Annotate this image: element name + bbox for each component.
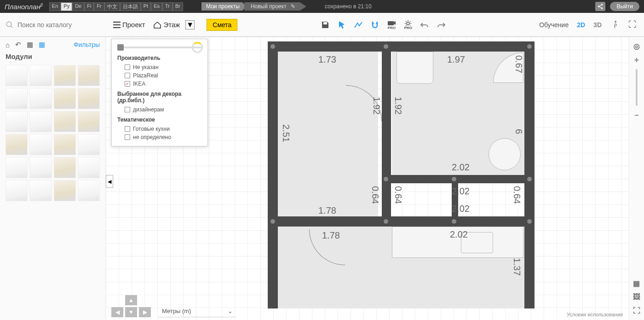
lang-tr[interactable]: Tr [162,2,172,11]
module-thumb[interactable] [6,65,28,86]
module-thumb[interactable] [78,157,100,178]
module-thumb[interactable] [54,157,76,178]
module-thumb[interactable] [78,134,100,155]
module-thumb[interactable] [6,111,28,132]
filter-opt-designers[interactable]: дизайнерам [117,105,202,114]
cursor-tool[interactable] [337,20,347,30]
top-bar: Планопланβ En Ру De Fi Fr 中文 日本語 Pt Es T… [0,0,644,13]
svg-rect-4 [323,22,327,24]
save-status: сохранено в 21:10 [325,3,372,10]
walk-mode[interactable] [610,20,620,30]
wall-tool[interactable] [353,20,363,30]
search-input[interactable] [17,21,96,29]
module-grid [0,62,105,204]
filter-opt-none[interactable]: Не указан [117,63,202,71]
module-thumb[interactable] [54,180,76,201]
zoom-out-button[interactable]: － [632,111,641,120]
module-thumb[interactable] [78,88,100,109]
catalog-search[interactable] [0,21,106,29]
light-tool[interactable]: PRO [403,20,413,30]
app-logo: Планопланβ [5,3,43,11]
view-2d[interactable]: 2D [577,21,585,29]
lang-br[interactable]: Br [172,2,183,11]
breadcrumb-projects[interactable]: Мои проекты [201,2,246,11]
module-thumb[interactable] [29,180,52,201]
floor-menu[interactable]: Этаж [150,19,183,30]
filters-link[interactable]: Фильтры [74,41,100,48]
module-thumb[interactable] [78,111,100,132]
target-icon[interactable]: ◎ [632,41,641,51]
floorplan[interactable]: 1.73 1.97 0.67 1.92 1.92 2.51 6 2.02 0.6… [268,41,539,308]
grid-small-icon[interactable]: ▦ [39,41,45,49]
dim-label: 0.64 [512,186,522,204]
module-thumb[interactable] [78,65,100,86]
dim-label: 2.02 [452,186,470,197]
lang-de[interactable]: De [72,2,84,11]
module-thumb[interactable] [29,88,52,109]
fullscreen-button[interactable]: ⛶ [628,20,637,29]
module-thumb[interactable] [6,157,28,178]
training-link[interactable]: Обучение [539,21,569,29]
image-icon[interactable]: 🖼 [632,292,641,302]
zoom-slider[interactable] [636,69,638,106]
estimate-button[interactable]: Смета [207,19,237,31]
module-thumb[interactable] [29,134,52,155]
filter-opt-ikea[interactable]: ✔IKEA [117,80,202,88]
lang-pt[interactable]: Pt [141,2,151,11]
breadcrumb-current[interactable]: Новый проект ✎ [244,2,306,11]
project-menu[interactable]: Проект [110,19,148,30]
save-icon[interactable] [320,20,330,30]
module-thumb[interactable] [29,65,52,86]
lang-fi[interactable]: Fi [84,2,94,11]
filter-opt-plazareal[interactable]: PlazaReal [117,71,202,80]
expand-icon[interactable]: ⛶ [632,306,641,315]
module-thumb[interactable] [54,134,76,155]
section-title: Модули [0,52,105,62]
lang-zh[interactable]: 中文 [104,2,120,11]
lang-en[interactable]: En [49,2,61,11]
module-thumb[interactable] [29,157,52,178]
module-thumb[interactable] [29,111,52,132]
module-thumb[interactable] [6,134,28,155]
menu-icon [113,22,121,28]
module-thumb[interactable] [6,88,28,109]
magnet-tool[interactable] [370,20,380,30]
pencil-icon[interactable]: ✎ [291,3,295,10]
grid-view-icon[interactable]: ▦ [632,279,641,288]
module-thumb[interactable] [78,180,100,201]
module-thumb[interactable] [54,88,76,109]
home-icon[interactable]: ⌂ [6,41,10,49]
floor-dropdown[interactable]: ▼ [185,20,195,29]
terms-link[interactable]: Условия использования [567,312,623,317]
module-thumb[interactable] [54,111,76,132]
nav-down[interactable]: ▼ [125,307,137,317]
lang-ru[interactable]: Ру [61,2,72,11]
view-3d[interactable]: 3D [593,21,602,29]
filter-slider[interactable] [117,47,202,48]
dim-label: 1.92 [393,97,403,115]
collapse-sidebar-button[interactable]: ◀ [106,175,113,188]
svg-rect-5 [388,21,394,25]
exit-button[interactable]: Выйти [610,2,639,11]
back-icon[interactable]: ↶ [15,41,21,49]
module-thumb[interactable] [6,180,28,201]
lang-ja[interactable]: 日本語 [120,2,141,11]
zoom-in-button[interactable]: ＋ [632,55,641,64]
dim-label: 6 [513,129,524,134]
filter-opt-kitchens[interactable]: Готовые кухни [117,125,202,133]
canvas[interactable]: Производитель Не указан PlazaReal ✔IKEA … [106,37,644,320]
lang-es[interactable]: Es [151,2,162,11]
redo-button[interactable] [436,20,446,30]
share-button[interactable] [595,2,605,11]
camera-tool[interactable]: PRO [386,20,397,30]
undo-button[interactable] [420,20,430,30]
nav-left[interactable]: ◀ [111,307,123,317]
units-dropdown[interactable]: Метры (m)⌄ [158,305,236,317]
nav-right[interactable]: ▶ [139,307,151,317]
module-thumb[interactable] [54,65,76,86]
nav-up[interactable]: ▲ [125,295,137,305]
filter-opt-undefined[interactable]: не определено [117,133,202,141]
lang-fr[interactable]: Fr [94,2,104,11]
grid-large-icon[interactable]: ▦ [27,41,33,49]
svg-point-6 [407,22,409,25]
